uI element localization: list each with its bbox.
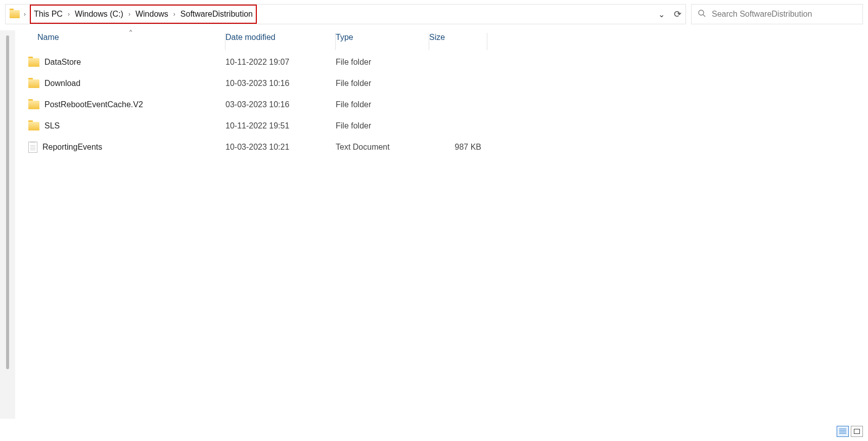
cell-type: Text Document	[336, 143, 429, 152]
chevron-right-icon[interactable]: ›	[127, 11, 131, 18]
column-label: Date modified	[225, 33, 276, 41]
file-name: Download	[44, 79, 80, 88]
refresh-icon[interactable]: ⟳	[674, 9, 681, 20]
sort-ascending-icon: ^	[129, 29, 132, 35]
search-input[interactable]	[712, 10, 856, 19]
folder-icon	[28, 122, 39, 130]
breadcrumb-item[interactable]: Windows (C:)	[75, 10, 123, 19]
table-row[interactable]: PostRebootEventCache.V203-03-2023 10:16F…	[28, 94, 868, 115]
file-name: DataStore	[44, 58, 81, 67]
breadcrumb: This PC › Windows (C:) › Windows › Softw…	[30, 5, 257, 24]
cell-size: 987 KB	[429, 143, 487, 152]
cell-type: File folder	[336, 121, 429, 130]
svg-point-0	[699, 10, 704, 15]
breadcrumb-item[interactable]: Windows	[135, 10, 168, 19]
column-header-date[interactable]: Date modified	[225, 33, 336, 50]
search-box[interactable]	[691, 4, 863, 24]
file-name: ReportingEvents	[42, 143, 102, 152]
column-header-type[interactable]: Type	[336, 33, 429, 50]
column-label: Name	[28, 33, 59, 41]
scroll-thumb[interactable]	[6, 35, 9, 369]
main-area: Name ^ Date modified Type Size DataStore…	[0, 28, 868, 419]
folder-icon	[28, 79, 39, 88]
details-view-button[interactable]	[837, 426, 849, 437]
table-row[interactable]: Download10-03-2023 10:16File folder	[28, 73, 868, 94]
chevron-right-icon[interactable]: ›	[67, 11, 71, 18]
text-file-icon	[28, 142, 37, 153]
cell-date: 10-03-2023 10:21	[225, 143, 336, 152]
column-headers: Name ^ Date modified Type Size	[28, 31, 868, 52]
svg-rect-6	[854, 429, 860, 434]
view-switch	[837, 426, 863, 437]
column-label: Size	[429, 33, 445, 41]
folder-icon	[10, 10, 20, 18]
svg-line-1	[703, 15, 705, 17]
file-name: PostRebootEventCache.V2	[44, 100, 143, 109]
folder-icon	[28, 101, 39, 109]
table-row[interactable]: DataStore10-11-2022 19:07File folder	[28, 52, 868, 73]
breadcrumb-item[interactable]: This PC	[34, 10, 63, 19]
cell-name: ReportingEvents	[28, 142, 225, 153]
top-bar: › This PC › Windows (C:) › Windows › Sof…	[0, 0, 868, 28]
folder-icon	[28, 58, 39, 67]
file-name: SLS	[44, 121, 60, 130]
cell-type: File folder	[336, 58, 429, 67]
cell-date: 10-11-2022 19:07	[225, 58, 336, 67]
breadcrumb-item[interactable]: SoftwareDistribution	[180, 10, 253, 19]
chevron-down-icon[interactable]: ⌄	[658, 10, 665, 19]
cell-type: File folder	[336, 79, 429, 88]
cell-name: PostRebootEventCache.V2	[28, 100, 225, 109]
cell-name: DataStore	[28, 58, 225, 67]
column-label: Type	[336, 33, 353, 41]
cell-name: SLS	[28, 121, 225, 130]
table-row[interactable]: ReportingEvents10-03-2023 10:21Text Docu…	[28, 137, 868, 158]
table-row[interactable]: SLS10-11-2022 19:51File folder	[28, 115, 868, 137]
cell-date: 10-03-2023 10:16	[225, 79, 336, 88]
nav-pane-scrollbar[interactable]	[0, 30, 15, 419]
chevron-right-icon[interactable]: ›	[172, 11, 176, 18]
cell-date: 10-11-2022 19:51	[225, 121, 336, 130]
cell-name: Download	[28, 79, 225, 88]
column-header-size[interactable]: Size	[429, 33, 487, 50]
cell-date: 03-03-2023 10:16	[225, 100, 336, 109]
address-actions: ⌄ ⟳	[658, 9, 681, 20]
address-bar[interactable]: › This PC › Windows (C:) › Windows › Sof…	[5, 4, 686, 24]
cell-type: File folder	[336, 100, 429, 109]
search-icon	[698, 9, 706, 19]
chevron-right-icon[interactable]: ›	[23, 11, 27, 18]
column-header-name[interactable]: Name ^	[28, 33, 225, 50]
large-icons-view-button[interactable]	[851, 426, 863, 437]
file-list: Name ^ Date modified Type Size DataStore…	[15, 28, 868, 419]
